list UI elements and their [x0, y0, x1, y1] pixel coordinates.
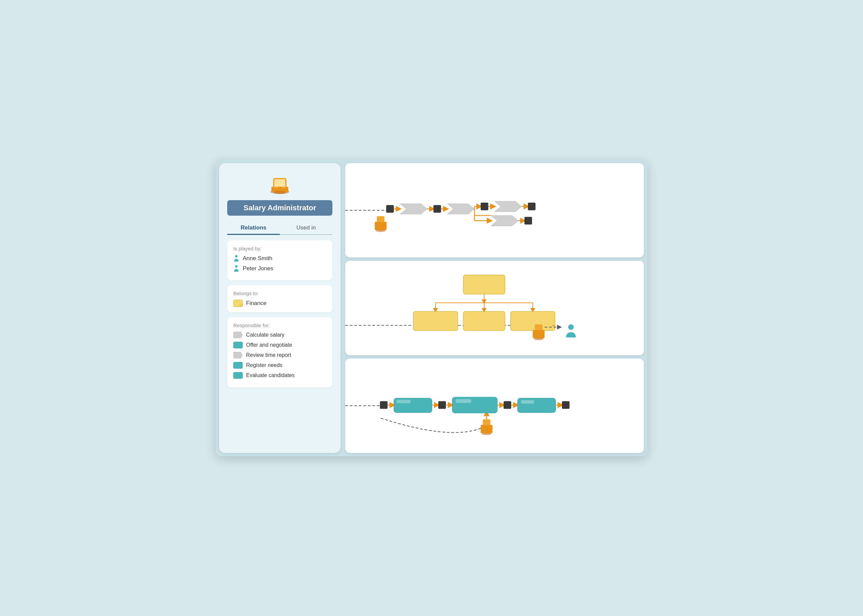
svg-marker-26	[495, 201, 522, 212]
finance-label: Finance	[246, 300, 266, 306]
tab-relations[interactable]: Relations	[227, 222, 280, 235]
teal-rect-icon-4	[233, 372, 243, 379]
svg-marker-18	[447, 204, 474, 214]
svg-rect-12	[386, 205, 394, 213]
svg-rect-69	[521, 400, 534, 404]
svg-rect-24	[481, 203, 489, 210]
diagram-card-3	[345, 358, 644, 453]
belongs-row: Finance	[233, 300, 326, 307]
svg-rect-61	[438, 401, 446, 409]
svg-rect-42	[510, 311, 555, 331]
actor-icon-wrapper	[227, 173, 332, 197]
svg-rect-9	[375, 222, 387, 230]
diagram-svg-2	[345, 261, 644, 355]
svg-marker-14	[400, 204, 427, 214]
svg-rect-66	[504, 401, 511, 409]
teal-rect-icon-1	[233, 342, 243, 349]
responsible-for-label: Responsible for:	[233, 322, 326, 328]
resp-label-1: Offer and negotiate	[246, 342, 292, 348]
svg-point-46	[534, 338, 544, 340]
person-row-anne: Anne Smith	[233, 255, 326, 262]
is-played-by-card: Is played by: Anne Smith Peter Jones	[227, 240, 332, 280]
main-container: Salary Administrator Relations Used in I…	[216, 160, 647, 456]
diagram-card-2	[345, 261, 644, 355]
person-row-peter: Peter Jones	[233, 265, 326, 272]
finance-swatch	[233, 300, 243, 307]
right-panel	[344, 160, 647, 456]
svg-rect-3	[274, 179, 285, 187]
left-panel: Salary Administrator Relations Used in I…	[219, 163, 341, 453]
belongs-to-card: Belongs to: Finance	[227, 285, 332, 313]
svg-point-11	[376, 229, 386, 232]
svg-rect-64	[456, 399, 471, 403]
responsible-for-card: Responsible for: Calculate salary Offer …	[227, 317, 332, 388]
actor-name-badge: Salary Administrator	[227, 200, 332, 216]
belongs-to-label: Belongs to:	[233, 291, 326, 296]
svg-rect-34	[463, 275, 505, 294]
resp-label-2: Review time report	[246, 352, 291, 358]
teal-rect-icon-3	[233, 362, 243, 369]
svg-rect-53	[483, 419, 490, 425]
svg-rect-71	[562, 401, 570, 409]
diagram-svg-1	[345, 163, 644, 258]
svg-rect-44	[533, 330, 544, 338]
resp-item-3: Register needs	[233, 362, 326, 369]
resp-item-0: Calculate salary	[233, 332, 326, 338]
svg-point-48	[568, 324, 574, 330]
svg-point-54	[482, 433, 492, 435]
person-icon-peter	[233, 265, 239, 272]
diagram-svg-3	[345, 358, 644, 453]
person-name-anne: Anne Smith	[243, 255, 272, 262]
svg-rect-52	[481, 425, 492, 433]
resp-label-0: Calculate salary	[246, 332, 285, 338]
diagram-card-1	[345, 163, 644, 258]
svg-point-7	[235, 265, 237, 267]
svg-rect-56	[380, 401, 388, 409]
resp-item-2: Review time report	[233, 352, 326, 358]
svg-rect-59	[396, 400, 410, 403]
svg-rect-10	[377, 216, 385, 222]
svg-rect-45	[535, 324, 543, 330]
svg-rect-41	[463, 311, 505, 331]
gray-arrow-icon-0	[233, 332, 243, 338]
actor-icon	[268, 173, 292, 197]
resp-item-4: Evaluate candidates	[233, 372, 326, 379]
svg-point-5	[274, 191, 286, 194]
svg-rect-4	[278, 187, 282, 189]
svg-rect-28	[528, 203, 536, 210]
svg-rect-16	[434, 205, 441, 213]
tabs-row: Relations Used in	[227, 222, 332, 235]
tab-used-in[interactable]: Used in	[280, 222, 332, 234]
svg-rect-31	[525, 217, 532, 225]
person-name-peter: Peter Jones	[243, 265, 274, 272]
svg-rect-40	[413, 311, 458, 331]
person-icon-anne	[233, 255, 239, 262]
resp-label-3: Register needs	[246, 362, 283, 368]
resp-item-1: Offer and negotiate	[233, 342, 326, 349]
is-played-by-label: Is played by:	[233, 246, 326, 251]
resp-label-4: Evaluate candidates	[246, 372, 295, 379]
svg-marker-29	[491, 215, 518, 226]
svg-point-6	[235, 255, 237, 258]
gray-arrow-icon-2	[233, 352, 243, 358]
